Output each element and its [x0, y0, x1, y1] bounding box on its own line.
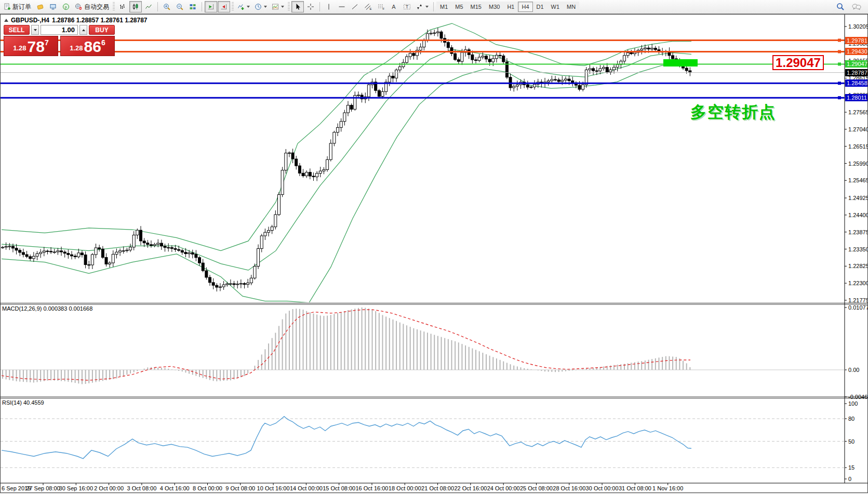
vertical-line-button[interactable]	[323, 1, 335, 12]
bollinger-lower-band	[2, 64, 691, 302]
search-icon	[836, 3, 845, 11]
fibonacci-button[interactable]: F	[375, 1, 387, 12]
search-button[interactable]	[834, 1, 847, 12]
bar-chart-icon	[119, 3, 126, 10]
terminal-icon	[49, 3, 57, 10]
signals-button[interactable]: p	[60, 1, 72, 12]
periods-button[interactable]	[252, 1, 269, 12]
new-order-label: 新订单	[12, 3, 31, 11]
y-axis-tick-label: 1.21775	[848, 297, 868, 303]
buy-button[interactable]: BUY	[89, 25, 115, 35]
signals-icon: p	[62, 3, 70, 10]
channel-button[interactable]: E	[362, 1, 374, 12]
x-axis-label: 1 Nov 16:00	[652, 485, 683, 491]
sell-price-panel[interactable]: 1.28 78 7	[4, 36, 58, 56]
svg-text:A: A	[392, 4, 396, 10]
toolbar-right-icons	[834, 1, 866, 12]
buy-price-big: 86	[84, 39, 101, 54]
dropdown-caret-icon	[425, 6, 429, 8]
bar-chart-button[interactable]	[116, 1, 129, 12]
price-tag: 1.28787	[845, 69, 868, 76]
tab-timeframe-w1[interactable]: W1	[547, 2, 564, 12]
zoom-out-button[interactable]	[173, 1, 186, 12]
horizontal-line-button[interactable]	[336, 1, 348, 12]
tab-timeframe-h4[interactable]: H4	[518, 2, 532, 12]
y-axis-tick-label: 1.22825	[848, 263, 868, 269]
text-icon: A	[390, 3, 397, 10]
auto-trading-button[interactable]: 自动交易	[73, 1, 111, 12]
svg-text:E: E	[369, 7, 371, 10]
chart-shift-button[interactable]	[218, 1, 230, 12]
turning-point-note[interactable]: 多空转折点	[690, 101, 776, 123]
macd-indicator-label: MACD(12,26,9) 0.000383 0.001668	[2, 305, 92, 312]
x-axis-label: 10 Oct 16:00	[257, 485, 290, 491]
tab-timeframe-h1[interactable]: H1	[503, 2, 518, 12]
chart-shift-icon	[220, 3, 228, 10]
sell-price-pip: 7	[45, 38, 49, 47]
tab-timeframe-m5[interactable]: M5	[451, 2, 466, 12]
buy-price-panel[interactable]: 1.28 86 6	[60, 36, 115, 56]
cursor-button[interactable]	[291, 1, 304, 12]
line-anchor-handle	[838, 39, 841, 42]
vertical-line-icon	[325, 3, 332, 10]
toolbar-grip	[288, 2, 290, 11]
collapse-arrow-icon[interactable]	[4, 19, 8, 22]
alerts-button[interactable]	[34, 1, 46, 12]
tab-timeframe-d1[interactable]: D1	[533, 2, 547, 12]
rsi-line	[2, 417, 691, 459]
auto-scroll-button[interactable]	[205, 1, 217, 12]
price-tag: 1.29781	[845, 37, 868, 44]
price-level-annotation[interactable]: 1.29047	[772, 55, 824, 70]
dropdown-caret-icon	[247, 6, 250, 8]
chat-button[interactable]	[850, 1, 863, 12]
tile-windows-button[interactable]	[186, 1, 199, 12]
templates-button[interactable]	[270, 1, 286, 12]
buy-price-small: 1.28	[70, 44, 83, 52]
y-axis-tick-label: 1.23875	[848, 229, 868, 235]
candlestick-chart-button[interactable]	[129, 1, 142, 12]
sell-price-big: 78	[28, 39, 45, 54]
trendline-button[interactable]	[349, 1, 361, 12]
main-price-panel	[2, 23, 692, 303]
x-axis-label: 30 Sep 16:00	[59, 485, 93, 491]
price-tag: 1.28458	[845, 79, 868, 87]
sell-button[interactable]: SELL	[4, 25, 30, 35]
line-anchor-handle	[838, 82, 841, 85]
toolbar-separator	[433, 2, 434, 11]
candlesticks-series	[2, 28, 691, 291]
tab-timeframe-m1[interactable]: M1	[436, 2, 451, 12]
macd-tick-label: 0.010775	[848, 304, 868, 311]
volume-decrease-button[interactable]	[31, 25, 39, 35]
new-order-button[interactable]: 新订单	[2, 1, 33, 12]
x-axis-label: 18 Oct 00:00	[389, 485, 421, 491]
text-label-button[interactable]: T	[400, 1, 413, 12]
tab-timeframe-mn[interactable]: MN	[563, 2, 579, 12]
sell-price-small: 1.28	[13, 44, 26, 52]
arrows-button[interactable]	[413, 1, 431, 12]
terminal-button[interactable]	[47, 1, 59, 12]
line-anchor-handle	[838, 50, 841, 53]
volume-increase-button[interactable]	[79, 25, 87, 35]
tab-timeframe-m15[interactable]: M15	[467, 2, 485, 12]
y-axis-tick-label: 1.27040	[848, 126, 868, 132]
line-chart-button[interactable]	[142, 1, 155, 12]
text-button[interactable]: A	[388, 1, 400, 12]
y-axis-tick-label: 1.23350	[848, 246, 868, 252]
periods-icon	[255, 3, 262, 10]
y-axis-tick-label: 1.22300	[848, 280, 868, 286]
toolbar-grip	[113, 2, 115, 11]
chart-window: 1.302051.296801.291551.286151.280901.275…	[0, 14, 868, 493]
caret-down-icon	[34, 29, 37, 31]
chart-canvas[interactable]: 1.302051.296801.291551.286151.280901.275…	[1, 15, 868, 493]
rsi-indicator-label: RSI(14) 40.4559	[2, 399, 44, 406]
volume-input[interactable]	[41, 25, 78, 35]
one-click-trading-widget: SELL BUY 1.28 78 7 1.28 86 6	[4, 25, 115, 56]
zoom-in-button[interactable]	[161, 1, 173, 12]
rsi-tick-label: 15	[848, 464, 854, 471]
crosshair-button[interactable]	[304, 1, 317, 12]
tab-timeframe-m30[interactable]: M30	[485, 2, 503, 12]
highlight-rectangle[interactable]	[663, 59, 698, 66]
rsi-tick-label: 100	[848, 400, 858, 407]
indicators-button[interactable]	[235, 1, 252, 12]
x-axis-label: 21 Oct 08:00	[421, 485, 454, 491]
